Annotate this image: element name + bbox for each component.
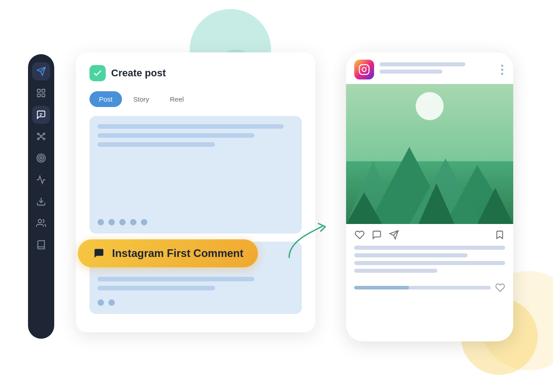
- share-icon[interactable]: [389, 229, 399, 240]
- dot-4: [130, 219, 136, 225]
- post-image: [346, 84, 513, 224]
- comment-badge-icon: [92, 247, 106, 260]
- phone-mockup: [346, 52, 513, 341]
- svg-point-18: [39, 156, 44, 161]
- sidebar-icon-library[interactable]: [32, 236, 50, 254]
- heart-icon[interactable]: [354, 229, 365, 240]
- comment-icon[interactable]: [371, 229, 382, 240]
- content-line-1: [98, 124, 284, 129]
- dot-row-post: [98, 219, 147, 225]
- phone-header: [346, 52, 513, 84]
- phone-footer: [346, 276, 513, 293]
- first-comment-label: Instagram First Comment: [112, 247, 244, 260]
- footer-heart-icon[interactable]: [495, 283, 505, 293]
- svg-point-11: [37, 138, 39, 140]
- bookmark-icon[interactable]: [494, 229, 505, 240]
- phone-content-line-3: [354, 261, 505, 265]
- svg-point-12: [43, 138, 45, 140]
- username-line-1: [380, 62, 465, 66]
- phone-content-line-2: [354, 253, 468, 257]
- phone-header-lines: [380, 62, 494, 77]
- svg-rect-3: [42, 89, 45, 92]
- phone-content-line-1: [354, 246, 505, 250]
- svg-point-21: [38, 219, 42, 223]
- sidebar-icon-team[interactable]: [32, 214, 50, 232]
- content-line-2: [98, 133, 254, 138]
- sidebar-icon-analytics[interactable]: [32, 171, 50, 189]
- create-post-title: Create post: [111, 67, 166, 79]
- dot-menu-3: [501, 73, 503, 75]
- progress-fill: [354, 286, 409, 289]
- svg-point-10: [43, 133, 45, 135]
- comment-line-1: [98, 277, 254, 281]
- comment-line-2: [98, 286, 215, 290]
- post-content-area: [89, 116, 302, 233]
- sidebar-icon-download[interactable]: [32, 192, 50, 210]
- username-line-2: [380, 70, 442, 74]
- svg-rect-22: [359, 65, 369, 75]
- dot-menu-2: [501, 69, 503, 71]
- create-post-card: Create post Post Story Reel: [76, 52, 315, 332]
- comment-lines: [98, 277, 294, 290]
- dot-3: [119, 219, 126, 225]
- sidebar-icon-messages[interactable]: [32, 106, 50, 124]
- svg-rect-5: [42, 94, 45, 97]
- svg-point-19: [40, 157, 42, 159]
- dot-1: [98, 219, 104, 225]
- svg-point-23: [362, 68, 366, 72]
- dot-5: [141, 219, 147, 225]
- svg-point-9: [37, 133, 39, 135]
- comment-dot-1: [98, 299, 104, 306]
- svg-line-13: [39, 134, 40, 135]
- phone-actions: [346, 224, 513, 246]
- mountains-svg: [346, 133, 513, 224]
- tab-story[interactable]: Story: [124, 91, 159, 107]
- comment-dot-row: [98, 299, 115, 306]
- dot-2: [108, 219, 115, 225]
- sidebar-icon-dashboard[interactable]: [32, 84, 50, 102]
- first-comment-badge[interactable]: Instagram First Comment: [78, 239, 258, 267]
- comment-dot-2: [108, 299, 115, 306]
- three-dots-menu[interactable]: [499, 63, 505, 77]
- svg-line-15: [39, 137, 40, 139]
- progress-bar: [354, 286, 491, 289]
- phone-content-lines: [346, 246, 513, 273]
- action-icons-left: [354, 229, 494, 240]
- sidebar-icon-target[interactable]: [32, 149, 50, 167]
- svg-line-16: [42, 137, 43, 139]
- arrow-decoration: [280, 221, 334, 266]
- instagram-logo: [354, 60, 374, 79]
- svg-rect-4: [37, 94, 40, 97]
- phone-content-line-4: [354, 269, 437, 273]
- post-tabs: Post Story Reel: [89, 91, 302, 107]
- tab-post[interactable]: Post: [89, 91, 122, 107]
- card-header: Create post: [89, 65, 302, 81]
- sidebar-icon-network[interactable]: [32, 127, 50, 145]
- sidebar-icon-send[interactable]: [32, 62, 50, 80]
- card-logo-icon: [89, 65, 106, 81]
- svg-point-8: [40, 135, 42, 137]
- content-line-3: [98, 142, 215, 147]
- svg-rect-2: [37, 89, 40, 92]
- moon: [416, 92, 444, 120]
- tab-reel[interactable]: Reel: [160, 91, 193, 107]
- svg-line-14: [42, 134, 43, 135]
- svg-point-24: [366, 66, 367, 67]
- sidebar: [28, 54, 54, 339]
- dot-menu-1: [501, 65, 503, 67]
